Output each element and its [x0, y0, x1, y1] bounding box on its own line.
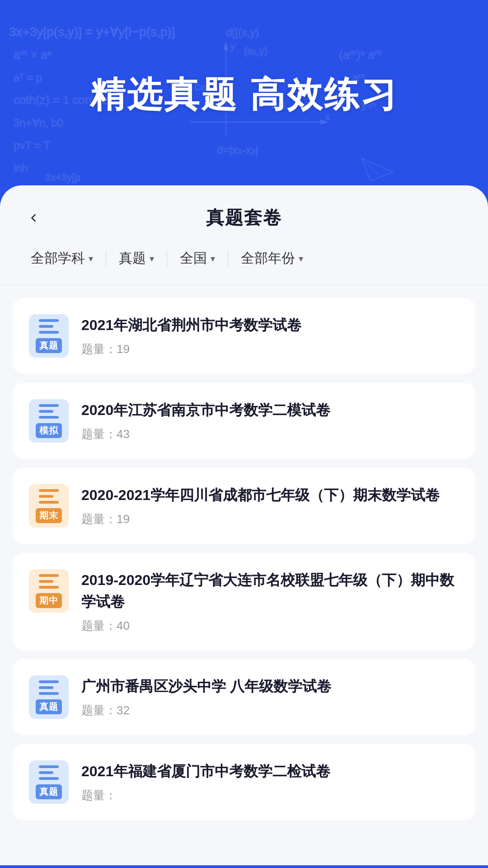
exam-item[interactable]: 真题 2021年湖北省荆州市中考数学试卷 题量：19	[13, 298, 475, 374]
card-title: 真题套卷	[45, 205, 443, 230]
filter-type[interactable]: 真题 ▾	[106, 243, 167, 274]
badge-icon-zhenti-6: 真题	[29, 760, 69, 804]
exam-item[interactable]: 模拟 2020年江苏省南京市中考数学二模试卷 题量：43	[13, 383, 475, 459]
chevron-down-icon: ▾	[89, 253, 93, 264]
exam-count: 题量：32	[81, 703, 459, 718]
exam-item[interactable]: 真题 广州市番禺区沙头中学 八年级数学试卷 题量：32	[13, 659, 475, 735]
exam-title: 2019-2020学年辽宁省大连市名校联盟七年级（下）期中数学试卷	[81, 569, 459, 613]
exam-count: 题量：43	[81, 426, 459, 442]
badge-icon-zhenti-1: 真题	[29, 314, 69, 358]
filter-region[interactable]: 全国 ▾	[167, 243, 228, 274]
exam-count: 题量：40	[81, 618, 459, 634]
exam-info: 2019-2020学年辽宁省大连市名校联盟七年级（下）期中数学试卷 题量：40	[81, 569, 459, 634]
chevron-down-icon: ▾	[299, 253, 303, 264]
exam-info: 广州市番禺区沙头中学 八年级数学试卷 题量：32	[81, 675, 459, 718]
exam-info: 2021年湖北省荆州市中考数学试卷 题量：19	[81, 314, 459, 357]
badge-icon-qizhong-4: 期中	[29, 569, 69, 613]
back-button[interactable]	[22, 206, 45, 230]
badge-label: 真题	[36, 784, 62, 799]
exam-info: 2020年江苏省南京市中考数学二模试卷 题量：43	[81, 399, 459, 442]
exam-title: 2020年江苏省南京市中考数学二模试卷	[81, 399, 459, 421]
badge-label: 期末	[36, 508, 62, 523]
exam-title: 广州市番禺区沙头中学 八年级数学试卷	[81, 675, 459, 697]
badge-label: 真题	[36, 338, 62, 353]
exam-item[interactable]: 真题 2021年福建省厦门市中考数学二检试卷 题量：	[13, 744, 475, 820]
badge-label: 模拟	[36, 423, 62, 438]
filter-year[interactable]: 全部年份 ▾	[228, 243, 316, 274]
hero-title: 精选真题 高效练习	[90, 71, 398, 119]
card-header: 真题套卷	[0, 185, 488, 243]
badge-icon-zhenti-5: 真题	[29, 675, 69, 719]
badge-label: 真题	[36, 699, 62, 714]
exam-list: 真题 2021年湖北省荆州市中考数学试卷 题量：19 模拟 2020年江苏省南	[0, 298, 488, 829]
badge-label: 期中	[36, 593, 62, 608]
exam-count: 题量：	[81, 788, 459, 803]
exam-info: 2021年福建省厦门市中考数学二检试卷 题量：	[81, 760, 459, 803]
exam-title: 2020-2021学年四川省成都市七年级（下）期末数学试卷	[81, 484, 459, 506]
exam-count: 题量：19	[81, 341, 459, 357]
exam-info: 2020-2021学年四川省成都市七年级（下）期末数学试卷 题量：19	[81, 484, 459, 527]
exam-title: 2021年福建省厦门市中考数学二检试卷	[81, 760, 459, 782]
exam-title: 2021年湖北省荆州市中考数学试卷	[81, 314, 459, 336]
exam-item[interactable]: 期中 2019-2020学年辽宁省大连市名校联盟七年级（下）期中数学试卷 题量：…	[13, 553, 475, 650]
main-card: 真题套卷 全部学科 ▾ 真题 ▾ 全国 ▾ 全部年份 ▾	[0, 185, 488, 865]
exam-item[interactable]: 期末 2020-2021学年四川省成都市七年级（下）期末数学试卷 题量：19	[13, 468, 475, 544]
badge-icon-qimo-3: 期末	[29, 484, 69, 528]
exam-count: 题量：19	[81, 511, 459, 527]
chevron-down-icon: ▾	[211, 253, 215, 264]
hero-section: 精选真题 高效练习	[0, 0, 488, 190]
chevron-down-icon: ▾	[150, 253, 154, 264]
filter-subject[interactable]: 全部学科 ▾	[18, 243, 106, 274]
badge-icon-moni-2: 模拟	[29, 399, 69, 443]
filter-bar: 全部学科 ▾ 真题 ▾ 全国 ▾ 全部年份 ▾	[0, 243, 488, 285]
